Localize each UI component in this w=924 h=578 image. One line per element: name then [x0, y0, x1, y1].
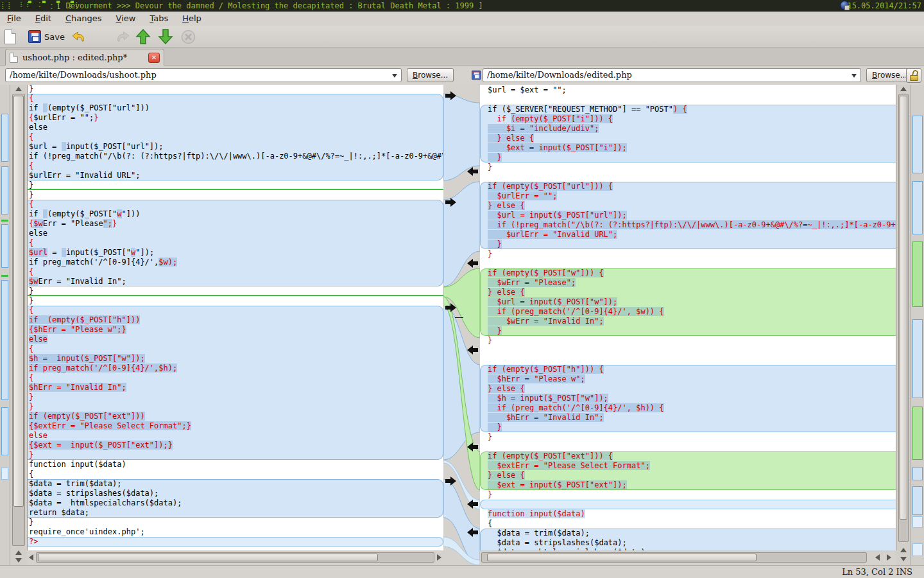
- scroll-up-arrow-icon[interactable]: [15, 87, 22, 91]
- left-overview-map[interactable]: [0, 85, 10, 565]
- code-line: $wErr = "Please";: [480, 278, 896, 288]
- scroll-up-arrow-icon[interactable]: [900, 548, 907, 552]
- menu-file[interactable]: File: [0, 12, 28, 26]
- next-change-button[interactable]: [158, 28, 173, 46]
- diff-chunk: $data = trim($data);$data = stripslashes…: [28, 479, 443, 518]
- arrow-down-icon: [158, 28, 173, 45]
- code-line: $urlErr = "Invalid URL";: [28, 171, 443, 180]
- code-line: else: [28, 431, 443, 441]
- code-line: }: [480, 326, 896, 336]
- merge-left-arrow[interactable]: [467, 346, 478, 355]
- code-line: {: [28, 161, 443, 171]
- menu-edit[interactable]: Edit: [28, 12, 58, 26]
- menu-view[interactable]: View: [109, 12, 143, 26]
- scroll-up-arrow-icon[interactable]: [15, 550, 22, 555]
- tab-ushoot-edited[interactable]: ushoot.php : edited.php* ✕: [5, 49, 164, 66]
- left-horizontal-scrollbar[interactable]: [27, 550, 443, 565]
- code-line: if preg_match('/^[0-9]{4}/',$h);: [28, 363, 443, 373]
- save-label: Save: [44, 32, 65, 42]
- left-file-path: /home/kilte/Downloads/ushoot.php: [10, 70, 157, 80]
- code-line: {: [480, 519, 896, 529]
- code-line: if (empty($_POST["ext"])) {: [480, 451, 896, 461]
- code-line: }: [28, 450, 443, 460]
- map-chunk-marker: [1, 468, 8, 480]
- right-vertical-scrollbar[interactable]: [896, 85, 911, 565]
- map-chunk-marker: [912, 467, 923, 480]
- right-horizontal-scrollbar[interactable]: [480, 550, 896, 565]
- code-line: }: [480, 336, 896, 346]
- menubar: FileEditChangesViewTabsHelp: [0, 12, 924, 26]
- scroll-up-arrow-icon[interactable]: [900, 87, 907, 91]
- menu-changes[interactable]: Changes: [58, 12, 109, 26]
- cursor-position: Ln 53, Col 2 INS: [842, 567, 912, 577]
- undo-button[interactable]: [71, 28, 86, 46]
- diff-chunk: {if (empty($_POST["h"])){$hErr = "Please…: [28, 306, 443, 460]
- code-line: [480, 355, 896, 365]
- menu-help[interactable]: Help: [175, 12, 209, 26]
- code-line: if (empty($_POST["ext"])): [28, 412, 443, 421]
- code-line: if (empty($_POST["url"])) {: [480, 182, 896, 191]
- code-line: } else {: [480, 201, 896, 211]
- tab-label: ushoot.php : edited.php*: [22, 53, 144, 62]
- tab-close-button[interactable]: ✕: [148, 53, 160, 63]
- scroll-down-arrow-icon[interactable]: [15, 558, 22, 563]
- code-line: $wErr = "Invalid In";: [28, 277, 443, 286]
- left-file-combo[interactable]: /home/kilte/Downloads/ushoot.php: [5, 68, 402, 82]
- right-vscroll-thumb[interactable]: [900, 96, 907, 520]
- scroll-left-arrow-icon[interactable]: [875, 554, 880, 561]
- code-line: $url = input($_POST["url"]);: [28, 142, 443, 152]
- left-browse-button[interactable]: Browse...: [407, 68, 454, 82]
- code-line: $hErr = "Please w";: [480, 374, 896, 384]
- code-line: } else {: [480, 471, 896, 480]
- diff-chunk: [480, 500, 896, 509]
- right-hscroll-thumb[interactable]: [487, 554, 757, 561]
- menu-tabs[interactable]: Tabs: [142, 12, 175, 26]
- code-line: {: [28, 267, 443, 277]
- right-overview-map[interactable]: [911, 85, 924, 565]
- previous-change-button[interactable]: [135, 28, 151, 46]
- code-line: $wErr = "Invalid In";: [480, 317, 896, 326]
- diff-gutter: [443, 85, 480, 565]
- left-code-pane[interactable]: }{if (empty($_POST["url"])){$urlErr = ""…: [27, 85, 443, 565]
- left-vscroll-thumb[interactable]: [13, 96, 24, 507]
- merge-left-arrow[interactable]: [467, 259, 478, 268]
- panel-clock: 15.05.2014/21:57: [847, 0, 921, 12]
- right-file-combo[interactable]: /home/kilte/Downloads/edited.php: [483, 68, 861, 82]
- code-line: $ext = input($_POST["i"]);: [480, 143, 896, 153]
- stop-button[interactable]: [181, 28, 196, 46]
- map-chunk-marker: [912, 116, 923, 173]
- right-code-pane[interactable]: $urlErr = $extErr = "";$url = $ext = "";…: [480, 85, 896, 565]
- left-vertical-scrollbar[interactable]: [10, 85, 27, 565]
- scroll-right-arrow-icon[interactable]: [437, 554, 441, 561]
- redo-button[interactable]: [116, 28, 131, 46]
- scroll-down-arrow-icon[interactable]: [900, 557, 907, 561]
- save-icon: [28, 30, 41, 43]
- diff-chunk: {if (empty($_POST["url"])){$urlErr = "";…: [28, 94, 443, 180]
- code-line: $data = trim($data);: [28, 479, 443, 489]
- code-line: [480, 346, 896, 355]
- code-line: {$ext = input($_POST["ext"]);}: [28, 441, 443, 450]
- new-file-icon: [4, 30, 16, 44]
- code-line: }: [28, 392, 443, 402]
- code-line: if (!preg_match("/\b(?: (?:https?|ftp):\…: [480, 220, 896, 230]
- code-line: $hErr = "Invalid In";: [480, 413, 896, 423]
- redo-icon: [116, 29, 131, 44]
- code-line: }: [480, 432, 896, 442]
- code-line: if (empty($_POST["h"])): [28, 315, 443, 325]
- lock-scrolling-button[interactable]: [906, 68, 921, 83]
- code-line: {$extErr = "Please Select Format";}: [28, 421, 443, 431]
- map-chunk-marker: [912, 543, 923, 556]
- scroll-left-arrow-icon[interactable]: [29, 554, 33, 561]
- code-line: {: [28, 132, 443, 142]
- left-hscroll-thumb[interactable]: [38, 554, 378, 561]
- new-file-button[interactable]: [4, 28, 16, 46]
- save-button[interactable]: Save: [28, 28, 65, 46]
- code-line: } else {: [480, 134, 896, 143]
- chevron-down-icon: [851, 74, 857, 80]
- diff-chunk: ?>: [28, 537, 443, 547]
- scroll-right-arrow-icon[interactable]: [887, 554, 891, 561]
- code-line: return $data;: [28, 508, 443, 518]
- code-line: $urlErr = "Invalid URL";: [480, 230, 896, 240]
- code-line: }: [28, 518, 443, 527]
- diff-link-band: [443, 94, 480, 180]
